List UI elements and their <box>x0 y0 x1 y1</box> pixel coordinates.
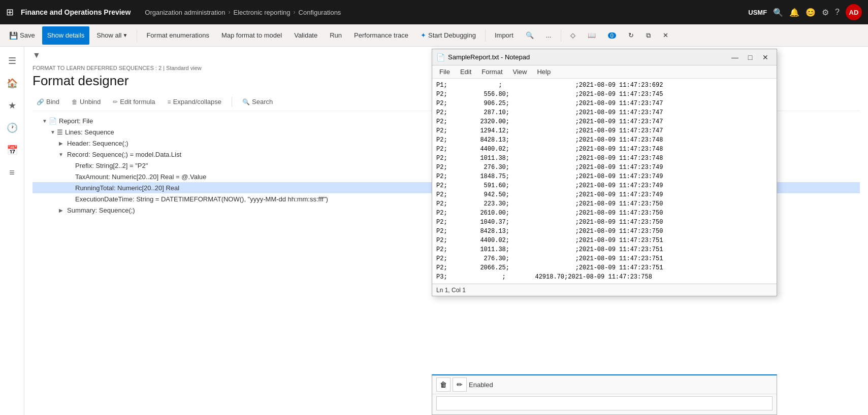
show-all-label: Show all <box>97 31 121 39</box>
breadcrumb-sep1: › <box>229 9 231 16</box>
expand-collapse-button[interactable]: ≡ Expand/collapse <box>164 96 226 108</box>
notepad-icon: 📄 <box>436 53 445 61</box>
menu-edit[interactable]: Edit <box>455 67 476 77</box>
tree-toggle-1[interactable]: ▼ <box>49 128 57 136</box>
notification-icon[interactable]: 🔔 <box>789 8 799 17</box>
notepad-statusbar: Ln 1, Col 1 <box>432 284 777 296</box>
notepad-titlebar: 📄 SampleReport.txt - Notepad — □ ✕ <box>432 49 777 65</box>
sidebar-favorite-icon[interactable]: ★ <box>2 95 22 116</box>
notepad-content[interactable]: P1; ; ;2021-08-09 11:47:23:692 P2; 556.8… <box>432 79 777 284</box>
save-button[interactable]: 💾 Save <box>4 26 40 45</box>
help-icon[interactable]: ? <box>835 8 840 17</box>
delete-icon: 🗑 <box>440 381 447 389</box>
badge-button[interactable]: 0 <box>603 26 621 45</box>
search-button[interactable]: 🔍 <box>521 26 539 45</box>
filter-icon[interactable]: ▼ <box>33 51 41 60</box>
unbind-label: Unbind <box>80 98 101 106</box>
close-button[interactable]: ✕ <box>658 26 673 45</box>
bottom-panel: 🗑 ✏ Enabled <box>432 374 777 415</box>
settings-icon[interactable]: ⚙ <box>822 8 829 17</box>
cursor-position: Ln 1, Col 1 <box>436 287 466 294</box>
menu-help[interactable]: Help <box>532 67 556 77</box>
show-all-dropdown-icon: ▼ <box>123 32 128 38</box>
window-controls: — □ ✕ <box>728 51 773 63</box>
refresh-button[interactable]: ↻ <box>623 26 639 45</box>
tree-toggle-0[interactable]: ▼ <box>41 117 49 125</box>
map-format-label: Map format to model <box>221 31 282 39</box>
separator-3 <box>561 29 561 42</box>
unbind-button[interactable]: 🗑 Unbind <box>68 96 105 108</box>
breadcrumb: Organization administration › Electronic… <box>145 9 744 16</box>
tree-toggle-2[interactable]: ▶ <box>57 139 65 147</box>
tree-toggle-3[interactable]: ▼ <box>57 150 65 158</box>
book-icon-button[interactable]: 📖 <box>583 26 601 45</box>
start-debugging-button[interactable]: ✦ Start Debugging <box>415 26 481 45</box>
menu-file[interactable]: File <box>434 67 455 77</box>
bind-label: Bind <box>46 98 59 106</box>
save-label: Save <box>20 31 35 39</box>
toolbar-sep <box>232 97 232 107</box>
sequence-icon: ☰ <box>57 128 63 136</box>
search-label: Search <box>252 98 273 106</box>
separator-2 <box>485 29 486 42</box>
breadcrumb-config[interactable]: Configurations <box>299 9 341 16</box>
popout-button[interactable]: ⧉ <box>641 26 656 45</box>
import-label: Import <box>495 31 513 39</box>
breadcrumb-sep2: › <box>294 9 296 16</box>
action-bar: 💾 Save Show details Show all ▼ Format en… <box>0 24 868 47</box>
sidebar-recent-icon[interactable]: 🕐 <box>2 118 22 138</box>
search-icon[interactable]: 🔍 <box>773 8 783 17</box>
show-all-button[interactable]: Show all ▼ <box>91 26 133 45</box>
menu-format[interactable]: Format <box>476 67 507 77</box>
run-button[interactable]: Run <box>325 26 347 45</box>
format-enumerations-button[interactable]: Format enumerations <box>141 26 214 45</box>
map-format-button[interactable]: Map format to model <box>216 26 287 45</box>
file-icon: 📄 <box>49 117 57 125</box>
notepad-menubar: File Edit Format View Help <box>432 65 777 79</box>
notepad-title: SampleReport.txt - Notepad <box>448 53 725 61</box>
more-label: ... <box>546 31 552 39</box>
edit-icon: ✏ <box>457 381 463 389</box>
avatar[interactable]: AD <box>846 4 862 20</box>
sidebar-home-icon[interactable]: 🏠 <box>2 73 22 93</box>
minimize-button[interactable]: — <box>728 51 742 63</box>
sidebar-list-icon[interactable]: ≡ <box>2 162 22 183</box>
breadcrumb-org[interactable]: Organization administration <box>145 9 225 16</box>
menu-view[interactable]: View <box>508 67 532 77</box>
enabled-input[interactable] <box>436 396 773 410</box>
separator-1 <box>137 29 137 42</box>
import-button[interactable]: Import <box>490 26 519 45</box>
unbind-icon: 🗑 <box>72 98 78 106</box>
bottom-panel-toolbar: 🗑 ✏ Enabled <box>432 375 777 394</box>
breadcrumb-text: FORMAT TO LEARN DEFERRED SEQUENCES : 2 |… <box>33 65 202 71</box>
show-details-label: Show details <box>47 31 85 39</box>
performance-trace-label: Performance trace <box>354 31 408 39</box>
sidebar-menu-icon[interactable]: ☰ <box>2 51 22 71</box>
badge-count: 0 <box>608 32 616 39</box>
delete-button[interactable]: 🗑 <box>436 377 451 392</box>
more-button[interactable]: ... <box>541 26 557 45</box>
edit-button[interactable]: ✏ <box>453 377 467 392</box>
grid-icon[interactable]: ⊞ <box>6 7 14 18</box>
tree-toggle-8[interactable]: ▶ <box>57 206 65 214</box>
search-toolbar-button[interactable]: 🔍 Search <box>238 96 277 108</box>
diamond-icon-button[interactable]: ◇ <box>565 26 581 45</box>
bind-icon: 🔗 <box>37 98 44 106</box>
performance-trace-button[interactable]: Performance trace <box>349 26 413 45</box>
edit-formula-label: Edit formula <box>120 98 155 106</box>
user-icon[interactable]: 😊 <box>806 8 816 17</box>
edit-formula-icon: ✏ <box>113 98 118 106</box>
edit-formula-button[interactable]: ✏ Edit formula <box>109 96 159 108</box>
top-bar-right: USMF 🔍 🔔 😊 ⚙ ? AD <box>748 4 862 20</box>
sidebar-workspace-icon[interactable]: 📅 <box>2 140 22 160</box>
bind-button[interactable]: 🔗 Bind <box>33 96 63 108</box>
notepad-window: 📄 SampleReport.txt - Notepad — □ ✕ File … <box>432 49 777 296</box>
breadcrumb-er[interactable]: Electronic reporting <box>234 9 291 16</box>
validate-button[interactable]: Validate <box>289 26 323 45</box>
close-window-button[interactable]: ✕ <box>758 51 773 63</box>
show-details-button[interactable]: Show details <box>42 26 90 45</box>
search-toolbar-icon: 🔍 <box>242 98 250 106</box>
app-title: Finance and Operations Preview <box>21 8 131 16</box>
enabled-label: Enabled <box>469 381 493 389</box>
maximize-button[interactable]: □ <box>743 51 757 63</box>
